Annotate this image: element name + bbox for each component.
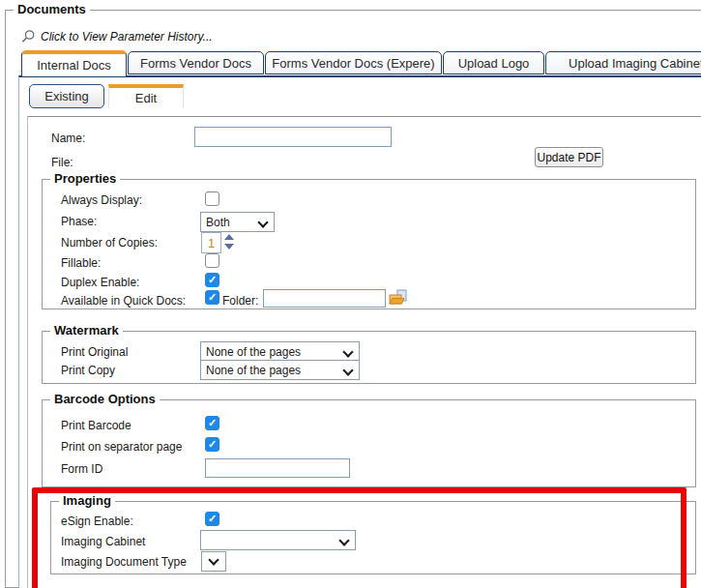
parameter-history-link[interactable]: Click to View Parameter History... (20, 29, 213, 44)
chevron-down-icon (208, 554, 219, 565)
tab-forms-vendor-docs[interactable]: Forms Vendor Docs (128, 51, 264, 74)
imaging-legend: Imaging (59, 493, 115, 508)
print-original-select-value: None of the pages (206, 345, 301, 359)
duplex-enable-label: Duplex Enable: (61, 276, 139, 289)
arrow-up-icon[interactable] (224, 234, 234, 240)
tab-label: Forms Vendor Docs (Expere) (272, 56, 434, 71)
imaging-cabinet-label: Imaging Cabinet (61, 535, 145, 548)
subtab-existing[interactable]: Existing (29, 84, 104, 108)
form-id-label: Form ID (61, 462, 102, 476)
imaging-document-type-label: Imaging Document Type (61, 555, 187, 569)
subtab-edit[interactable]: Edit (108, 84, 184, 108)
form-id-input[interactable] (205, 458, 350, 478)
properties-legend: Properties (50, 171, 120, 186)
imaging-cabinet-select[interactable] (200, 530, 356, 550)
number-of-copies-input[interactable]: 1 (201, 232, 221, 253)
name-label: Name: (51, 132, 85, 145)
tab-label: Upload Imaging Cabinet/Ty (569, 56, 701, 71)
phase-label: Phase: (61, 215, 97, 228)
watermark-legend: Watermark (50, 323, 123, 338)
always-display-checkbox[interactable] (205, 191, 219, 206)
chevron-down-icon (338, 535, 349, 545)
folder-open-icon[interactable] (389, 289, 408, 307)
print-copy-select-value: None of the pages (206, 364, 301, 377)
phase-select-value: Both (206, 216, 230, 229)
chevron-down-icon (342, 346, 353, 357)
parameter-history-label: Click to View Parameter History... (41, 30, 213, 44)
print-barcode-checkbox[interactable] (205, 416, 219, 430)
print-separator-label: Print on separator page (61, 440, 182, 454)
number-of-copies-stepper[interactable] (224, 234, 234, 250)
print-original-label: Print Original (61, 345, 128, 359)
tab-forms-vendor-docs-expere[interactable]: Forms Vendor Docs (Expere) (265, 51, 442, 74)
tab-upload-logo[interactable]: Upload Logo (443, 51, 544, 74)
fillable-checkbox[interactable] (205, 253, 219, 268)
folder-label: Folder: (222, 294, 258, 308)
available-quick-docs-checkbox[interactable] (205, 290, 219, 305)
tab-label: Internal Docs (37, 58, 111, 73)
print-original-select[interactable]: None of the pages (200, 341, 360, 362)
folder-input[interactable] (263, 289, 386, 308)
documents-screen: Documents Click to View Parameter Histor… (0, 0, 701, 588)
print-separator-checkbox[interactable] (205, 437, 219, 452)
watermark-fieldset: Watermark (42, 331, 696, 384)
chevron-down-icon (342, 365, 353, 375)
documents-legend: Documents (14, 2, 90, 16)
print-copy-select[interactable]: None of the pages (200, 360, 360, 380)
magnifier-icon (20, 29, 36, 44)
number-of-copies-label: Number of Copies: (61, 236, 158, 250)
esign-enable-label: eSign Enable: (61, 514, 133, 528)
barcode-options-legend: Barcode Options (50, 392, 160, 406)
subtab-label: Existing (44, 89, 89, 103)
tab-upload-imaging-cabinet[interactable]: Upload Imaging Cabinet/Ty (545, 51, 701, 74)
update-pdf-button[interactable]: Update PDF (535, 147, 603, 167)
available-quick-docs-label: Available in Quick Docs: (61, 294, 186, 308)
print-barcode-label: Print Barcode (61, 419, 131, 432)
file-label: File: (51, 156, 73, 169)
tab-label: Forms Vendor Docs (140, 56, 251, 71)
name-input[interactable] (194, 127, 392, 147)
arrow-down-icon[interactable] (224, 244, 234, 250)
esign-enable-checkbox[interactable] (205, 512, 219, 526)
duplex-enable-checkbox[interactable] (205, 273, 219, 287)
tab-label: Upload Logo (458, 56, 530, 71)
print-copy-label: Print Copy (61, 364, 115, 377)
imaging-document-type-select[interactable] (201, 551, 226, 572)
fillable-label: Fillable: (61, 256, 101, 270)
subtab-label: Edit (135, 91, 157, 105)
phase-select[interactable]: Both (200, 212, 275, 232)
always-display-label: Always Display: (61, 193, 142, 207)
chevron-down-icon (257, 217, 268, 227)
tab-internal-docs[interactable]: Internal Docs (21, 50, 127, 76)
